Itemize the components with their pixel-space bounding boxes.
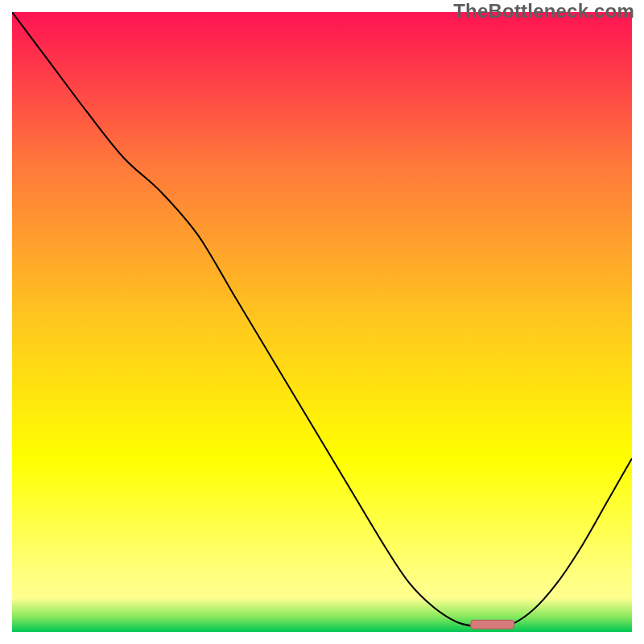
plot-area [12,12,632,632]
chart-svg [12,12,632,632]
chart-canvas: TheBottleneck.com [0,0,644,644]
optimum-marker [471,620,514,629]
gradient-background [12,12,632,632]
watermark-text: TheBottleneck.com [453,0,634,23]
